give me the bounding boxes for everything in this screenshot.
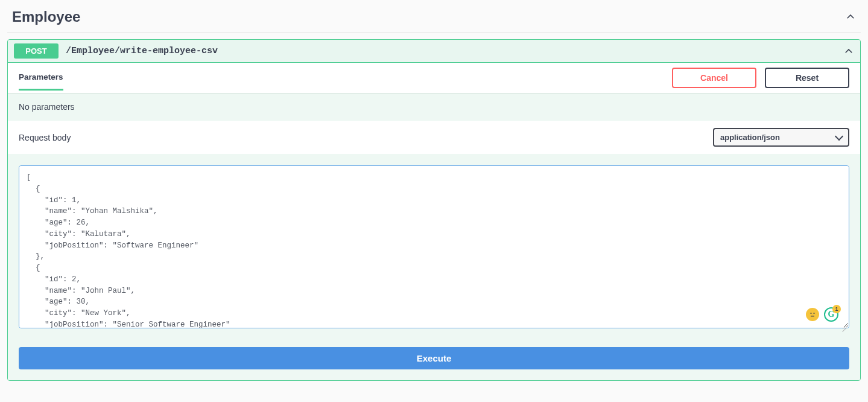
chevron-up-icon (843, 46, 854, 57)
section-header[interactable]: Employee (7, 6, 861, 33)
textarea-overlay-icons: G 1 (806, 307, 838, 322)
grammarly-icon[interactable]: G 1 (824, 307, 838, 322)
chevron-up-icon (845, 11, 856, 22)
execute-button[interactable]: Execute (19, 347, 849, 369)
execute-row: Execute (8, 343, 860, 380)
endpoint-path: /Employee/write-employee-csv (66, 46, 843, 56)
svg-point-1 (813, 313, 814, 314)
operation-summary[interactable]: POST /Employee/write-employee-csv (8, 40, 860, 63)
content-type-select[interactable]: application/json (713, 128, 849, 147)
no-parameters-label: No parameters (8, 94, 860, 120)
request-body-area: G 1 (8, 155, 860, 343)
neutral-face-icon[interactable] (806, 308, 819, 321)
tab-parameters[interactable]: Parameters (19, 65, 63, 91)
svg-rect-2 (811, 316, 814, 316)
http-method-badge: POST (14, 43, 59, 59)
operation-block: POST /Employee/write-employee-csv Parame… (7, 39, 861, 381)
reset-button[interactable]: Reset (765, 68, 849, 88)
tabs-row: Parameters Cancel Reset (8, 63, 860, 94)
cancel-button[interactable]: Cancel (672, 68, 756, 88)
request-body-textarea[interactable] (19, 165, 849, 328)
svg-point-0 (810, 313, 811, 314)
request-body-header: Request body application/json (8, 120, 860, 155)
request-body-label: Request body (19, 133, 71, 142)
grammarly-badge: 1 (832, 305, 841, 313)
content-type-select-wrap: application/json (713, 128, 849, 147)
section-title: Employee (12, 8, 80, 25)
